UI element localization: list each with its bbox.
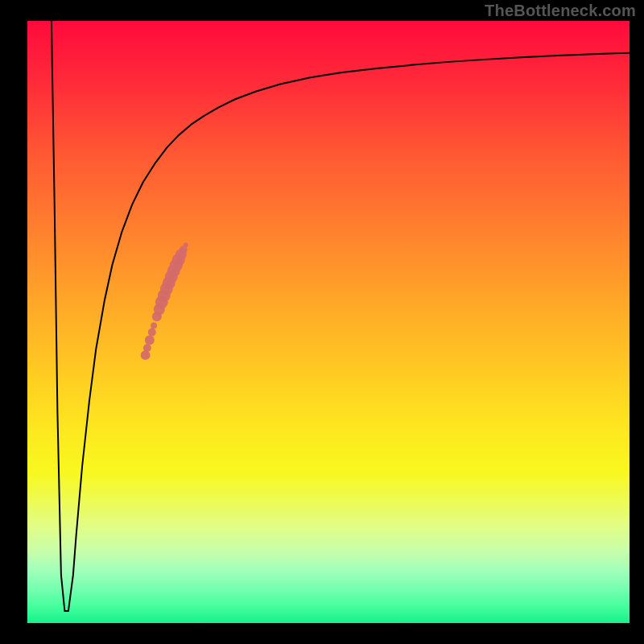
highlight-dots-group [141,242,188,360]
highlight-dot [184,242,188,247]
highlight-dot [148,328,156,336]
highlight-dot [151,323,157,329]
chart-stage: TheBottleneck.com [0,0,644,644]
watermark-text: TheBottleneck.com [485,2,636,20]
highlight-dot [141,350,151,360]
curve-layer [27,21,630,623]
plot-area [26,19,631,625]
highlight-dot [145,335,155,345]
bottleneck-curve [52,21,630,611]
highlight-dot [143,344,151,352]
